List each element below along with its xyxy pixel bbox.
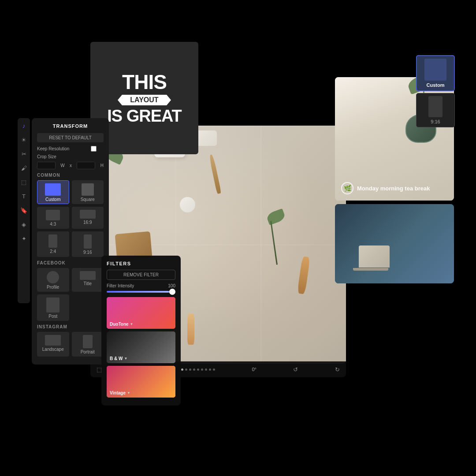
laptop-screen bbox=[359, 245, 390, 268]
text-icon[interactable]: T bbox=[20, 192, 28, 200]
facebook-presets-grid: Profile Title Post bbox=[37, 268, 104, 321]
filters-title: FILTERS bbox=[107, 261, 175, 266]
preset-ig-landscape-label: Landscape bbox=[42, 347, 64, 352]
preset-fb-title[interactable]: Title bbox=[72, 268, 104, 292]
preset-16-9-thumb bbox=[80, 210, 96, 219]
filter-slider-fill bbox=[107, 291, 175, 293]
rotate-left-icon[interactable]: ↺ bbox=[293, 366, 298, 373]
facebook-section-label: FACEBOOK bbox=[37, 260, 104, 265]
collage-bottom-bg bbox=[335, 204, 454, 283]
dot-4 bbox=[193, 368, 195, 371]
dot-5 bbox=[197, 368, 199, 371]
preset-fb-title-thumb bbox=[80, 271, 96, 280]
ratio-916-preview bbox=[428, 96, 443, 117]
crop-icon[interactable]: ✂ bbox=[20, 150, 28, 158]
preset-custom-thumb bbox=[45, 183, 61, 196]
laptop-base bbox=[353, 268, 388, 271]
filter-bw-preview[interactable]: B & W ▼ bbox=[107, 331, 175, 363]
dot-3 bbox=[189, 368, 191, 371]
filters-panel: FILTERS REMOVE FILTER Filter Intensity 1… bbox=[101, 256, 181, 405]
instagram-section-label: INSTAGRAM bbox=[37, 324, 104, 329]
ratio-916-label: 9:16 bbox=[431, 119, 440, 124]
preset-16-9[interactable]: 16:9 bbox=[72, 207, 104, 229]
cream-container bbox=[180, 197, 195, 212]
brightness-icon[interactable]: ☀ bbox=[20, 136, 28, 144]
preset-fb-title-label: Title bbox=[83, 281, 92, 286]
dot-6 bbox=[201, 368, 203, 371]
brush-icon[interactable]: 🖌 bbox=[20, 164, 28, 172]
preset-2-4-thumb bbox=[48, 234, 57, 248]
preset-fb-profile-thumb bbox=[47, 271, 59, 283]
crop-height-input[interactable]: 2581 bbox=[77, 162, 95, 169]
filter-slider-thumb[interactable] bbox=[169, 289, 175, 295]
common-section-label: COMMON bbox=[37, 173, 104, 178]
filter-vintage-label: Vintage ▼ bbox=[110, 390, 130, 395]
preset-ig-portrait[interactable]: Portrait bbox=[72, 332, 104, 357]
frame-icon[interactable]: ⬚ bbox=[20, 178, 28, 186]
preset-2-4-label: 2:4 bbox=[50, 249, 56, 254]
preset-9-16-thumb bbox=[84, 234, 92, 249]
rotate-right-icon[interactable]: ↻ bbox=[335, 366, 340, 373]
preset-square-thumb bbox=[82, 183, 94, 196]
ratio-916-box[interactable]: 9:16 bbox=[416, 93, 455, 127]
ratio-custom-box[interactable]: Custom bbox=[416, 55, 455, 91]
poster-line3: IS GREAT bbox=[107, 107, 182, 126]
filter-intensity-row: Filter Intensity 100 bbox=[107, 283, 175, 288]
preset-fb-post[interactable]: Post bbox=[37, 294, 69, 321]
preset-ig-landscape[interactable]: Landscape bbox=[37, 332, 69, 357]
dot-7 bbox=[205, 368, 207, 371]
filter-slider[interactable] bbox=[107, 291, 175, 293]
poster-line1: THIS bbox=[107, 71, 182, 93]
preset-4-3[interactable]: 4:3 bbox=[37, 207, 69, 229]
poster-text: THIS LAYOUT IS GREAT bbox=[98, 62, 190, 134]
ratio-selector-float: Custom 9:16 bbox=[416, 55, 455, 127]
vintage-dropdown-arrow[interactable]: ▼ bbox=[127, 391, 130, 395]
preset-ig-portrait-label: Portrait bbox=[81, 350, 95, 354]
preset-fb-post-thumb bbox=[46, 298, 60, 312]
preset-square-label: Square bbox=[81, 197, 95, 202]
dot-8 bbox=[209, 368, 211, 371]
preset-ig-landscape-thumb bbox=[45, 335, 61, 346]
sidebar-title: TRANSFORM bbox=[37, 123, 104, 129]
music-icon[interactable]: ♪ bbox=[20, 122, 28, 130]
dot-9 bbox=[213, 368, 215, 371]
preset-9-16-label: 9:16 bbox=[83, 250, 92, 255]
filter-duotone-label: DuoTone ▼ bbox=[110, 322, 134, 327]
icon-toolbar: ♪ ☀ ✂ 🖌 ⬚ T 🔖 ◈ ✦ bbox=[18, 118, 30, 303]
remove-filter-button[interactable]: REMOVE FILTER bbox=[107, 270, 175, 280]
bookmark-icon[interactable]: 🔖 bbox=[20, 206, 28, 214]
keep-resolution-checkbox[interactable] bbox=[84, 146, 104, 152]
caption-text: Monday morning tea break bbox=[357, 185, 430, 192]
bw-dropdown-arrow[interactable]: ▼ bbox=[124, 357, 127, 361]
dot-1 bbox=[181, 368, 183, 371]
plant-icon: 🌿 bbox=[341, 182, 353, 194]
preset-ig-portrait-thumb bbox=[83, 335, 93, 348]
duotone-dropdown-arrow[interactable]: ▼ bbox=[130, 322, 134, 326]
ratio-custom-label: Custom bbox=[427, 82, 445, 88]
filter-intensity-label: Filter Intensity bbox=[107, 283, 134, 288]
keep-resolution-label: Keep Resolution bbox=[37, 146, 69, 151]
preset-2-4[interactable]: 2:4 bbox=[37, 231, 69, 257]
sticker-icon[interactable]: ✦ bbox=[20, 234, 28, 242]
reset-default-button[interactable]: RESET TO DEFAULT bbox=[37, 133, 104, 142]
canvas-angle-display: 0° bbox=[252, 367, 257, 372]
filter-bw-label: B & W ▼ bbox=[110, 356, 127, 361]
preset-4-3-thumb bbox=[46, 210, 60, 220]
collage-caption: 🌿 Monday morning tea break bbox=[341, 182, 448, 194]
preset-square[interactable]: Square bbox=[72, 180, 104, 204]
sidebar-panel: TRANSFORM RESET TO DEFAULT Keep Resoluti… bbox=[32, 118, 109, 364]
preset-9-16[interactable]: 9:16 bbox=[72, 231, 104, 257]
preset-4-3-label: 4:3 bbox=[50, 222, 56, 227]
preset-fb-profile[interactable]: Profile bbox=[37, 268, 69, 292]
collage-bottom-image bbox=[335, 204, 454, 283]
filter-intensity-value: 100 bbox=[168, 283, 175, 288]
keep-resolution-row: Keep Resolution bbox=[37, 146, 104, 152]
filter-duotone-preview[interactable]: DuoTone ▼ bbox=[107, 297, 175, 329]
preset-custom[interactable]: Custom bbox=[37, 180, 69, 204]
crop-width-input[interactable]: 3871 bbox=[37, 162, 56, 169]
dot-2 bbox=[185, 368, 187, 371]
preset-16-9-label: 16:9 bbox=[83, 220, 92, 225]
filter-vintage-preview[interactable]: Vintage ▼ bbox=[107, 366, 175, 398]
filter-icon[interactable]: ◈ bbox=[20, 220, 28, 228]
poster-ribbon: LAYOUT bbox=[122, 95, 166, 105]
